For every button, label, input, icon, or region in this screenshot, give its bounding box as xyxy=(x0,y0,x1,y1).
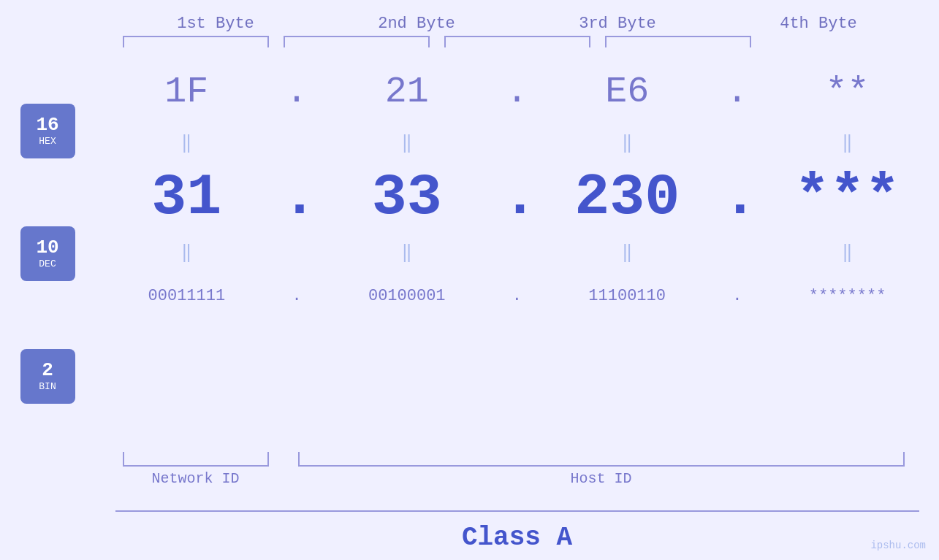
eq1-b4: ‖ xyxy=(775,132,921,153)
eq2-b4: ‖ xyxy=(775,242,921,263)
dec-byte1: 31 xyxy=(113,164,259,231)
hex-byte2: 21 xyxy=(334,71,480,112)
dec-badge-label: DEC xyxy=(39,258,56,269)
host-bracket xyxy=(298,452,905,467)
hex-sep3: . xyxy=(723,71,752,112)
network-bracket xyxy=(123,452,269,467)
eq-row2: ‖ ‖ ‖ ‖ xyxy=(95,237,939,266)
dec-badge: 10 DEC xyxy=(20,226,75,281)
dec-badge-num: 10 xyxy=(36,237,58,258)
hex-byte4: ** xyxy=(775,71,921,112)
byte3-bracket xyxy=(444,36,590,47)
bin-byte1: 00011111 xyxy=(113,287,259,305)
bin-byte2: 00100001 xyxy=(334,287,480,305)
bin-sep1: . xyxy=(282,287,311,305)
bin-row: 00011111 . 00100001 . 11100110 . *******… xyxy=(95,266,939,325)
byte-headers: 1st Byte 2nd Byte 3rd Byte 4th Byte xyxy=(115,15,919,33)
bin-byte3: 11100110 xyxy=(554,287,700,305)
byte2-bracket xyxy=(284,36,430,47)
bin-byte4: ******** xyxy=(775,287,921,305)
data-columns: 1F . 21 . E6 . ** ‖ ‖ ‖ ‖ 31 . xyxy=(95,55,939,452)
byte4-bracket xyxy=(605,36,751,47)
byte2-header: 2nd Byte xyxy=(336,15,497,33)
eq1-b3: ‖ xyxy=(554,132,700,153)
hex-sep1: . xyxy=(282,71,311,112)
main-container: 1st Byte 2nd Byte 3rd Byte 4th Byte 16 H… xyxy=(0,0,939,560)
hex-byte3: E6 xyxy=(554,71,700,112)
network-id-label: Network ID xyxy=(123,470,269,487)
hex-byte1: 1F xyxy=(113,71,259,112)
hex-badge: 16 HEX xyxy=(20,104,75,158)
hex-badge-label: HEX xyxy=(39,136,56,147)
bin-sep3: . xyxy=(723,287,752,305)
bottom-bracket-area: Network ID Host ID xyxy=(115,452,919,510)
eq1-b1: ‖ xyxy=(113,132,259,153)
bin-badge: 2 BIN xyxy=(20,349,75,404)
byte3-header: 3rd Byte xyxy=(537,15,698,33)
dec-sep3: . xyxy=(723,164,752,231)
eq2-b2: ‖ xyxy=(334,242,480,263)
eq2-b3: ‖ xyxy=(554,242,700,263)
dec-sep2: . xyxy=(502,164,531,231)
top-brackets xyxy=(115,36,919,47)
eq1-b2: ‖ xyxy=(334,132,480,153)
dec-row: 31 . 33 . 230 . *** xyxy=(95,157,939,237)
bin-sep2: . xyxy=(502,287,531,305)
badges-column: 16 HEX 10 DEC 2 BIN xyxy=(0,55,95,452)
bin-badge-num: 2 xyxy=(42,360,53,381)
dec-byte4: *** xyxy=(775,164,921,231)
host-id-label: Host ID xyxy=(298,470,905,487)
hex-badge-num: 16 xyxy=(36,115,58,136)
eq-row1: ‖ ‖ ‖ ‖ xyxy=(95,128,939,157)
eq2-b1: ‖ xyxy=(113,242,259,263)
byte1-header: 1st Byte xyxy=(135,15,296,33)
class-label: Class A xyxy=(115,519,919,560)
class-footer: Class A xyxy=(115,510,919,560)
dec-sep1: . xyxy=(282,164,311,231)
dec-byte2: 33 xyxy=(334,164,480,231)
content-area: 16 HEX 10 DEC 2 BIN 1F . 21 . E6 . ** xyxy=(0,55,939,452)
byte1-bracket xyxy=(123,36,269,47)
dec-byte3: 230 xyxy=(554,164,700,231)
hex-row: 1F . 21 . E6 . ** xyxy=(95,55,939,128)
watermark: ipshu.com xyxy=(870,540,926,551)
class-bracket-line xyxy=(115,510,919,512)
hex-sep2: . xyxy=(502,71,531,112)
byte4-header: 4th Byte xyxy=(738,15,899,33)
bin-badge-label: BIN xyxy=(39,381,56,392)
